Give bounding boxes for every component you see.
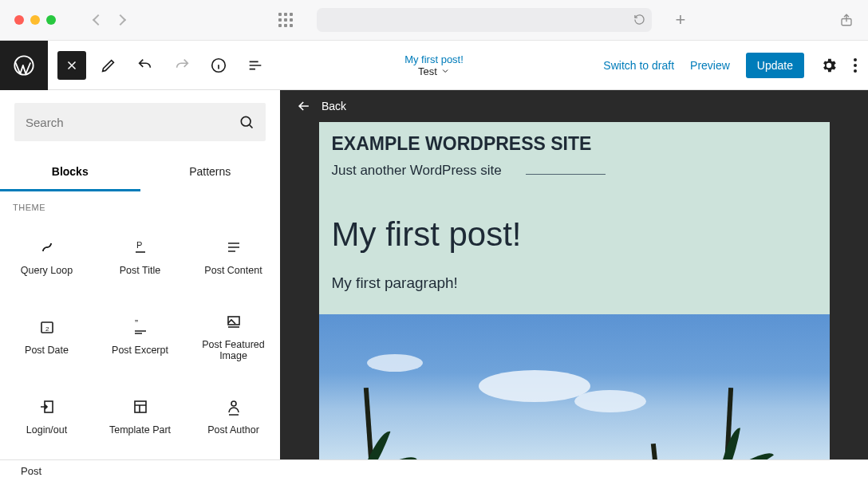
arrow-left-icon [296,98,312,114]
block-template-part[interactable]: Template Part [93,377,187,456]
wp-logo[interactable] [0,41,48,90]
block-label: Login/out [26,424,67,436]
svg-rect-10 [135,401,146,412]
list-view-icon [247,57,264,74]
block-grid: Query Loop P Post Title Post Content 2 P… [0,217,280,456]
zoom-window-button[interactable] [46,15,56,25]
block-label: Post Author [207,424,259,436]
block-label: Template Part [109,424,171,436]
editor-canvas-area: Back EXAMPLE WORDPRESS SITE Just another… [280,90,868,459]
svg-text:”: ” [135,318,138,329]
new-tab-button[interactable]: + [676,10,686,30]
block-post-content[interactable]: Post Content [187,217,280,297]
browser-back-button[interactable] [93,14,104,26]
back-button[interactable]: Back [280,90,868,122]
undo-button[interactable] [131,51,160,80]
template-part-icon [131,397,150,416]
block-post-featured-image[interactable]: Post Featured Image [187,297,280,377]
inserter-tabs: Blocks Patterns [0,154,280,191]
block-search[interactable] [14,103,266,141]
svg-point-11 [231,401,236,406]
tools-edit-button[interactable] [94,51,123,80]
block-label: Post Featured Image [191,339,275,361]
tab-blocks[interactable]: Blocks [0,154,140,191]
block-login-out[interactable]: Login/out [0,377,93,456]
login-out-icon [37,397,57,416]
list-view-button[interactable] [241,51,270,80]
svg-point-3 [241,116,251,126]
preview-button[interactable]: Preview [690,59,730,72]
post-content-icon [224,238,243,257]
block-label: Post Excerpt [112,345,168,356]
post-title[interactable]: My first post! [332,215,817,254]
block-post-excerpt[interactable]: ” Post Excerpt [93,297,187,377]
reload-icon[interactable] [633,14,645,26]
share-icon[interactable] [839,12,854,28]
close-icon [65,58,79,73]
post-paragraph[interactable]: My first paragraph! [332,274,817,292]
redo-icon [173,57,191,74]
editor-topbar: My first post! Test Switch to draft Prev… [0,41,868,90]
switch-to-draft-button[interactable]: Switch to draft [603,59,674,72]
chevron-down-icon [440,66,450,76]
close-inserter-button[interactable] [57,51,86,80]
page-preview[interactable]: EXAMPLE WORDPRESS SITE Just another Word… [319,122,830,459]
minimize-window-button[interactable] [30,15,40,25]
update-button[interactable]: Update [746,53,804,78]
document-title[interactable]: My first post! Test [404,53,464,77]
post-date-icon: 2 [37,317,57,337]
nav-menu-placeholder[interactable] [526,174,606,175]
category-heading: THEME [0,191,280,217]
redo-button[interactable] [168,51,196,80]
info-icon [210,57,227,74]
address-bar[interactable] [317,8,652,32]
search-input[interactable] [26,116,239,129]
search-icon[interactable] [239,114,254,130]
undo-icon [136,57,154,74]
block-label: Post Content [204,265,262,276]
post-excerpt-icon: ” [131,317,150,337]
site-title[interactable]: EXAMPLE WORDPRESS SITE [332,133,817,155]
browser-forward-button[interactable] [115,14,126,26]
block-label: Post Date [25,345,69,356]
post-featured-image-icon [224,312,243,331]
post-author-icon [224,397,243,416]
tab-overview-icon[interactable] [278,13,293,27]
block-label: Query Loop [21,265,73,276]
details-button[interactable] [204,51,233,80]
block-inserter-panel: Blocks Patterns THEME Query Loop P Post … [0,90,280,459]
settings-button[interactable] [820,57,838,74]
browser-toolbar: + [0,0,868,41]
template-selector[interactable]: Test [418,65,450,77]
block-post-title[interactable]: P Post Title [93,217,187,297]
block-query-loop[interactable]: Query Loop [0,217,93,297]
block-label: Post Title [120,265,160,276]
more-options-button[interactable] [854,58,857,73]
block-post-author[interactable]: Post Author [187,377,280,456]
site-tagline[interactable]: Just another WordPress site [332,163,502,179]
featured-image[interactable] [319,314,830,459]
close-window-button[interactable] [14,15,24,25]
window-controls [14,15,56,25]
query-loop-icon [37,238,57,257]
block-post-date[interactable]: 2 Post Date [0,297,93,377]
svg-text:P: P [136,240,142,250]
svg-text:2: 2 [45,325,49,333]
editor-footer: Post [0,459,868,481]
post-link[interactable]: My first post! [404,53,464,65]
pencil-icon [100,57,117,74]
breadcrumb[interactable]: Post [21,465,41,477]
post-title-icon: P [131,238,150,257]
tab-patterns[interactable]: Patterns [140,154,281,191]
